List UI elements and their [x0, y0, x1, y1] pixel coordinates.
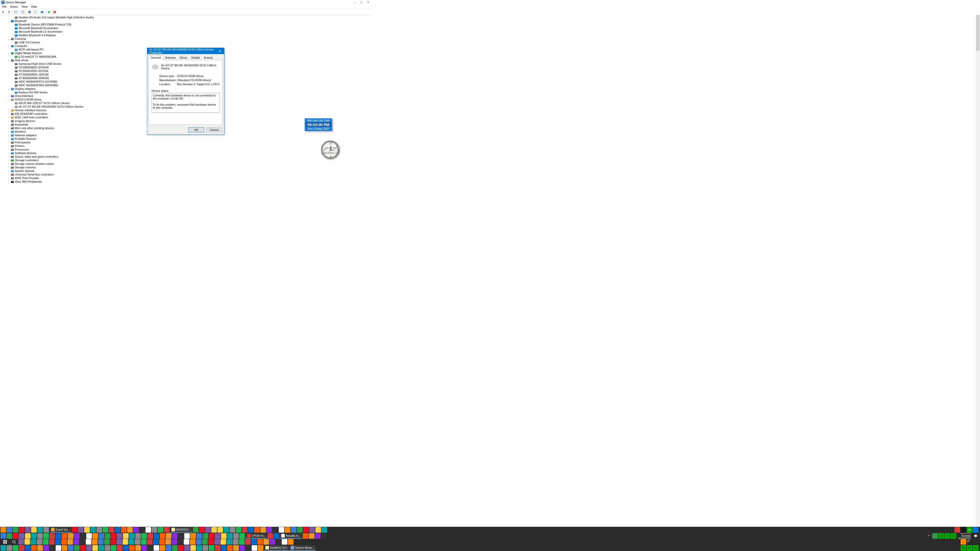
- tree-node[interactable]: Realtek HD Audio 2nd output (Realtek Hig…: [2, 16, 372, 19]
- separator: [45, 10, 46, 14]
- svg-rect-14: [11, 20, 14, 22]
- svg-rect-23: [15, 35, 17, 35]
- tree-node[interactable]: ›Storage controllers: [2, 159, 372, 162]
- action-icon[interactable]: [33, 10, 38, 14]
- svg-rect-89: [11, 152, 13, 153]
- menu-view[interactable]: View: [21, 5, 27, 8]
- dialog-close-button[interactable]: ✕: [218, 49, 222, 53]
- tree-node-label: DVD/CD-ROM drives: [15, 98, 41, 101]
- svg-rect-30: [14, 48, 18, 51]
- svg-rect-79: [11, 135, 13, 135]
- snd-icon: [11, 155, 14, 159]
- expand-toggle-icon[interactable]: ›: [7, 156, 10, 158]
- tab-driver[interactable]: Driver: [178, 56, 189, 60]
- expand-toggle-icon[interactable]: ⌄: [7, 98, 10, 101]
- tree-node-label: Printers: [15, 144, 24, 148]
- expand-toggle-icon[interactable]: ›: [7, 116, 10, 119]
- tree-node[interactable]: ›WSD Print Provider: [2, 176, 372, 180]
- menu-file[interactable]: File: [2, 5, 6, 8]
- menu-action[interactable]: Action: [10, 5, 18, 8]
- svg-rect-85: [11, 145, 13, 146]
- tree-node[interactable]: ⌄Computer: [2, 44, 372, 48]
- help-icon[interactable]: ?: [27, 10, 32, 14]
- expand-toggle-icon[interactable]: ⌄: [7, 38, 10, 40]
- forward-button[interactable]: [6, 10, 11, 14]
- tab-volumes[interactable]: Volumes: [163, 56, 178, 60]
- expand-toggle-icon[interactable]: ›: [7, 120, 10, 122]
- svg-rect-9: [41, 11, 44, 13]
- digital-clock-widget[interactable]: Salt Lake City, Utah 09:03:00 PM Sun, 28…: [305, 118, 332, 131]
- device-status-text[interactable]: [151, 93, 220, 113]
- ok-button[interactable]: OK: [188, 127, 204, 132]
- tree-node[interactable]: Microsoft Bluetooth LE Enumerator: [2, 30, 372, 33]
- expand-toggle-icon[interactable]: ›: [7, 162, 10, 165]
- tree-node[interactable]: Realtek Bluetooth 5.0 Adapter: [2, 33, 372, 37]
- svg-rect-12: [14, 16, 18, 18]
- tree-node[interactable]: ⌄Bluetooth: [2, 19, 372, 23]
- expand-toggle-icon[interactable]: ⌄: [7, 52, 10, 55]
- tree-node[interactable]: Bluetooth Device (RFCOMM Protocol TDI): [2, 23, 372, 26]
- expand-toggle-icon[interactable]: ›: [7, 166, 10, 169]
- expand-toggle-icon[interactable]: ›: [7, 130, 10, 133]
- tree-node[interactable]: ›Universal Serial Bus controllers: [2, 173, 372, 176]
- svg-rect-75: [11, 127, 13, 128]
- scan-hardware-button[interactable]: [40, 10, 45, 14]
- tree-node[interactable]: ›Storage volume shadow copies: [2, 162, 372, 165]
- tree-node[interactable]: USB 2.0 Camera: [2, 41, 372, 44]
- tree-node[interactable]: ›System devices: [2, 169, 372, 173]
- expand-toggle-icon[interactable]: ⌄: [7, 87, 10, 90]
- add-hardware-button[interactable]: [47, 10, 51, 14]
- tab-general[interactable]: General: [149, 56, 163, 60]
- tree-node[interactable]: ›Processors: [2, 148, 372, 151]
- tree-node[interactable]: ›Print queues: [2, 141, 372, 144]
- expand-toggle-icon[interactable]: ›: [7, 177, 10, 179]
- tree-node[interactable]: ›Portable Devices: [2, 137, 372, 141]
- tree-node[interactable]: ›Software devices: [2, 151, 372, 155]
- expand-toggle-icon[interactable]: ›: [7, 127, 10, 130]
- device-type-label: Device type:: [159, 75, 177, 78]
- close-button[interactable]: ✕: [366, 1, 369, 4]
- sw-icon: [11, 151, 14, 155]
- tab-events[interactable]: Events: [202, 56, 215, 60]
- expand-toggle-icon[interactable]: ›: [7, 134, 10, 137]
- back-button[interactable]: [1, 10, 6, 14]
- expand-toggle-icon[interactable]: ⌄: [7, 44, 10, 48]
- expand-toggle-icon[interactable]: ⌄: [7, 59, 10, 62]
- expand-toggle-icon[interactable]: ›: [7, 95, 10, 97]
- tree-node-label: Display adapters: [15, 87, 36, 90]
- maximize-button[interactable]: ▢: [360, 1, 363, 4]
- expand-toggle-icon[interactable]: ›: [7, 159, 10, 162]
- expand-toggle-icon[interactable]: ›: [7, 180, 10, 183]
- general-tab-panel: HL-DT-ST BD-RE WH16NS60 SCSI CdRom Devic…: [149, 60, 223, 125]
- tree-node-label: ASUS BW-12B1ST SCSI CdRom Device: [19, 102, 70, 105]
- tree-node[interactable]: ›Sound, video and game controllers: [2, 155, 372, 159]
- cancel-button[interactable]: Cancel: [206, 127, 222, 132]
- expand-toggle-icon[interactable]: ›: [7, 144, 10, 148]
- menu-help[interactable]: Help: [31, 5, 37, 8]
- tree-node[interactable]: ›Storage volumes: [2, 165, 372, 169]
- expand-toggle-icon[interactable]: ›: [7, 173, 10, 176]
- expand-toggle-icon[interactable]: ›: [7, 170, 10, 172]
- kb-icon: [11, 123, 14, 126]
- expand-toggle-icon[interactable]: ›: [7, 141, 10, 144]
- tree-node[interactable]: ›Printers: [2, 144, 372, 148]
- uninstall-button[interactable]: [52, 10, 57, 14]
- analog-clock-widget[interactable]: 1213 69 09:03 PM Salt Lake City: [321, 141, 339, 159]
- tab-details[interactable]: Details: [189, 56, 202, 60]
- tree-node[interactable]: ›Xbox 360 Peripherals: [2, 180, 372, 183]
- expand-toggle-icon[interactable]: ›: [7, 138, 10, 140]
- svg-rect-56: [11, 95, 14, 97]
- expand-toggle-icon[interactable]: ›: [7, 123, 10, 126]
- show-hide-tree-button[interactable]: [14, 10, 18, 14]
- expand-toggle-icon[interactable]: ›: [7, 109, 10, 112]
- tree-node-label: Microsoft Bluetooth LE Enumerator: [19, 30, 62, 33]
- tree-node[interactable]: ⌄Cameras: [2, 37, 372, 41]
- expand-toggle-icon[interactable]: ›: [7, 148, 10, 151]
- minimize-button[interactable]: —: [353, 1, 356, 4]
- expand-toggle-icon[interactable]: ⌄: [7, 20, 10, 22]
- expand-toggle-icon[interactable]: ›: [7, 113, 10, 115]
- expand-toggle-icon[interactable]: ›: [7, 152, 10, 155]
- dialog-title-bar[interactable]: HL-DT-ST BD-RE WH16NS60 SCSI CdRom Devic…: [147, 48, 224, 54]
- tree-node[interactable]: Microsoft Bluetooth Enumerator: [2, 26, 372, 30]
- properties-window-button[interactable]: [21, 10, 25, 14]
